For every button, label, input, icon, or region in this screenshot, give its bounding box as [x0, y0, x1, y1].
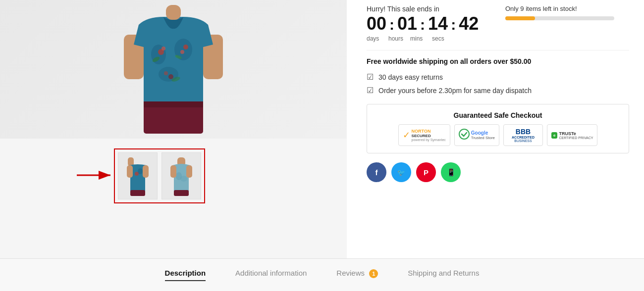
tab-additional-information[interactable]: Additional information: [235, 269, 307, 281]
safe-checkout-section: Guaranteed Safe Checkout ✓ NORTON SECURE…: [367, 104, 629, 153]
tab-additional-information-label: Additional information: [235, 269, 307, 277]
main-image: [0, 0, 347, 139]
benefit-returns: ☑ 30 days easy returns: [367, 72, 629, 82]
benefit-dispatch: ☑ Order yours before 2.30pm for same day…: [367, 86, 629, 95]
product-tabs: Description Additional information Revie…: [0, 258, 644, 291]
bbb-badge: BBB ACCREDITED BUSINESS: [503, 124, 543, 146]
countdown-secs: 42: [459, 15, 479, 33]
facebook-icon: f: [376, 168, 378, 177]
label-mins: mins: [410, 35, 425, 42]
label-days: days: [367, 35, 381, 42]
pinterest-share-button[interactable]: P: [416, 162, 436, 182]
social-share: f 🐦 P 📱: [367, 162, 629, 182]
stock-bar-fill: [505, 16, 535, 20]
countdown-hours: 01: [397, 15, 417, 33]
svg-point-9: [168, 74, 173, 79]
main-content: Hurry! This sale ends in 00 : 01 : 14 : …: [0, 0, 644, 258]
countdown-sep-1: :: [389, 16, 394, 33]
safe-checkout-title: Guaranteed Safe Checkout: [375, 111, 621, 119]
product-image-svg: [119, 5, 228, 134]
sale-bar: Hurry! This sale ends in 00 : 01 : 14 : …: [367, 5, 629, 42]
bbb-business: BUSINESS: [514, 139, 532, 143]
tab-shipping-returns-label: Shipping and Returns: [408, 269, 479, 277]
tab-reviews-label: Reviews: [336, 269, 365, 277]
pinterest-icon: P: [424, 168, 429, 177]
norton-symantec: powered by Symantec: [412, 138, 446, 142]
shipping-banner: Free worldwide shipping on all orders ov…: [367, 50, 629, 65]
benefits-list: ☑ 30 days easy returns ☑ Order yours bef…: [367, 72, 629, 95]
norton-check-icon: ✓: [403, 130, 410, 141]
trust-badges-container: ✓ NORTON SECURED powered by Symantec: [375, 124, 621, 146]
thumbnail-back[interactable]: [161, 152, 201, 199]
norton-label: NORTON: [412, 129, 431, 134]
google-label: Google: [471, 130, 488, 136]
truste-text: TRUSTe CERTIFIED PRIVACY: [559, 131, 593, 140]
countdown-days: 00: [367, 15, 386, 33]
svg-rect-22: [130, 190, 145, 196]
check-icon-returns: ☑: [367, 72, 374, 82]
thumbnail-front[interactable]: [118, 152, 158, 199]
svg-point-31: [459, 129, 469, 139]
whatsapp-share-button[interactable]: 📱: [441, 162, 461, 182]
svg-point-21: [138, 168, 143, 174]
svg-point-8: [180, 50, 184, 54]
facebook-share-button[interactable]: f: [367, 162, 386, 182]
benefit-returns-text: 30 days easy returns: [378, 73, 443, 81]
google-trusted: Trusted Store: [471, 136, 495, 140]
thumbnail-container: [114, 148, 205, 203]
svg-rect-24: [143, 165, 149, 178]
bbb-accredited: ACCREDITED: [512, 136, 535, 139]
google-text: Google Trusted Store: [471, 130, 495, 140]
stock-text: Only 9 items left in stock!: [505, 5, 629, 12]
tab-reviews[interactable]: Reviews 1: [336, 269, 378, 281]
truste-icon: e: [551, 132, 557, 139]
stock-section: Only 9 items left in stock!: [505, 5, 629, 20]
thumbnails-row: [0, 139, 347, 213]
check-icon-dispatch: ☑: [367, 86, 374, 95]
countdown-sep-3: :: [451, 16, 456, 33]
svg-point-7: [183, 45, 188, 49]
product-info-panel: Hurry! This sale ends in 00 : 01 : 14 : …: [347, 0, 644, 258]
hurry-text: Hurry! This sale ends in: [367, 5, 490, 13]
twitter-icon: 🐦: [397, 169, 405, 176]
google-check-icon: [459, 129, 470, 142]
norton-secured: SECURED: [412, 134, 431, 138]
label-secs: secs: [432, 35, 447, 42]
countdown-labels: days hours mins secs: [367, 35, 490, 42]
twitter-share-button[interactable]: 🐦: [391, 162, 411, 182]
tab-description[interactable]: Description: [165, 269, 206, 281]
arrow-indicator: [77, 168, 116, 185]
svg-rect-30: [186, 165, 192, 178]
countdown-section: Hurry! This sale ends in 00 : 01 : 14 : …: [367, 5, 490, 42]
countdown-mins: 14: [428, 15, 448, 33]
page-wrapper: Hurry! This sale ends in 00 : 01 : 14 : …: [0, 0, 644, 291]
svg-rect-16: [144, 101, 203, 107]
google-badge: Google Trusted Store: [454, 124, 499, 146]
truste-certified: CERTIFIED PRIVACY: [559, 136, 593, 140]
reviews-badge: 1: [369, 269, 378, 278]
benefit-dispatch-text: Order yours before 2.30pm for same day d…: [378, 87, 532, 95]
stock-bar-background: [505, 16, 614, 20]
tab-shipping-returns[interactable]: Shipping and Returns: [408, 269, 479, 281]
countdown-sep-2: :: [420, 16, 425, 33]
svg-point-6: [161, 47, 165, 50]
tab-description-label: Description: [165, 269, 206, 277]
svg-rect-23: [127, 165, 133, 178]
svg-rect-14: [166, 5, 181, 20]
svg-point-10: [164, 71, 168, 75]
truste-label: TRUSTe: [559, 131, 576, 136]
label-hours: hours: [388, 35, 403, 42]
product-images: [0, 0, 347, 258]
norton-badge: ✓ NORTON SECURED powered by Symantec: [398, 124, 450, 146]
whatsapp-icon: 📱: [447, 168, 455, 176]
svg-rect-29: [170, 165, 176, 178]
bbb-text: BBB ACCREDITED BUSINESS: [512, 128, 535, 143]
truste-badge: e TRUSTe CERTIFIED PRIVACY: [547, 124, 597, 146]
svg-rect-28: [174, 190, 189, 196]
bbb-label: BBB: [516, 128, 531, 136]
svg-point-27: [180, 176, 187, 182]
norton-text: NORTON SECURED powered by Symantec: [412, 129, 446, 142]
countdown-digits: 00 : 01 : 14 : 42: [367, 15, 490, 33]
